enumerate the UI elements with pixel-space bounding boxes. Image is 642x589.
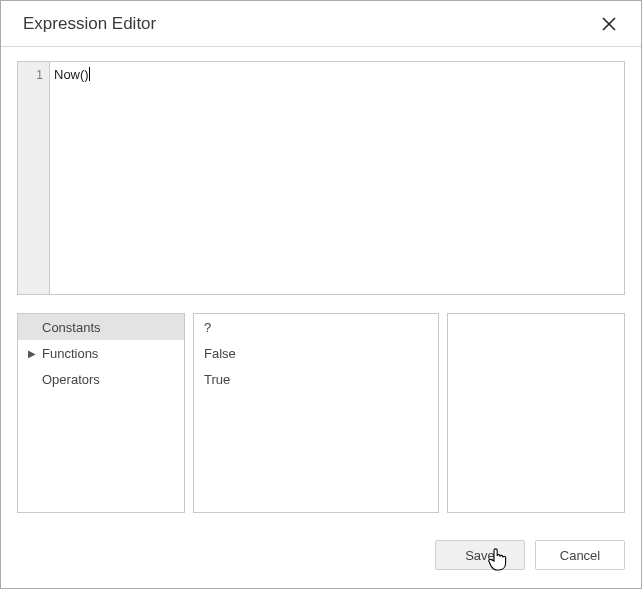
close-icon — [602, 17, 616, 31]
cancel-button[interactable]: Cancel — [535, 540, 625, 570]
line-gutter: 1 — [18, 62, 50, 294]
value-item[interactable]: ? — [194, 314, 438, 340]
category-functions[interactable]: ▶ Functions — [18, 340, 184, 366]
code-area[interactable]: Now() — [50, 62, 624, 294]
category-label: Constants — [42, 320, 174, 335]
category-panel: Constants ▶ Functions Operators — [17, 313, 185, 513]
category-label: Functions — [42, 346, 174, 361]
value-label: True — [204, 372, 230, 387]
category-operators[interactable]: Operators — [18, 366, 184, 392]
values-panel: ? False True — [193, 313, 439, 513]
description-panel — [447, 313, 625, 513]
titlebar: Expression Editor — [1, 1, 641, 47]
helper-panels: Constants ▶ Functions Operators ? False — [17, 313, 625, 513]
expression-editor-dialog: Expression Editor 1 Now() Constants — [0, 0, 642, 589]
value-item[interactable]: False — [194, 340, 438, 366]
code-text: Now() — [54, 67, 89, 82]
chevron-right-icon: ▶ — [28, 348, 40, 359]
expression-textarea[interactable]: 1 Now() — [17, 61, 625, 295]
value-label: False — [204, 346, 236, 361]
category-constants[interactable]: Constants — [18, 314, 184, 340]
close-button[interactable] — [595, 10, 623, 38]
value-label: ? — [204, 320, 211, 335]
dialog-title: Expression Editor — [23, 14, 595, 34]
category-label: Operators — [42, 372, 174, 387]
text-cursor — [89, 67, 90, 81]
save-button[interactable]: Save — [435, 540, 525, 570]
value-item[interactable]: True — [194, 366, 438, 392]
dialog-content: 1 Now() Constants ▶ Functions Operators — [1, 47, 641, 532]
dialog-footer: Save Cancel — [1, 532, 641, 588]
line-number: 1 — [18, 66, 49, 84]
